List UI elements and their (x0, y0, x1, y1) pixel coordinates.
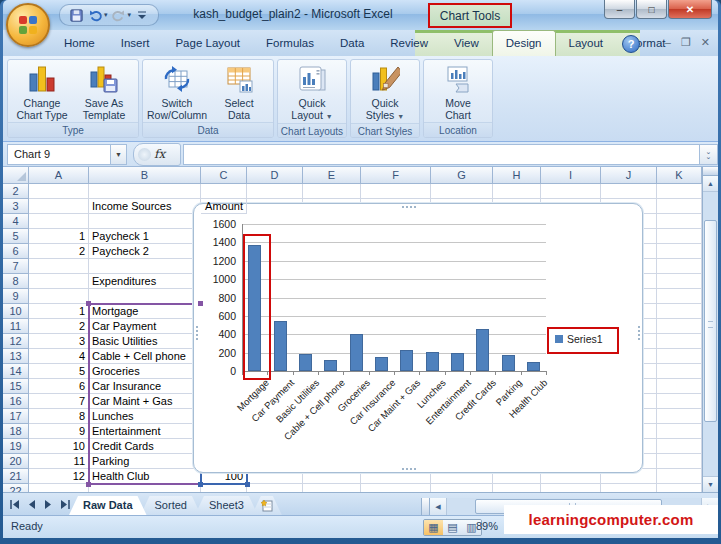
cell-K5[interactable] (657, 229, 702, 244)
vertical-scrollbar[interactable]: ▲ ▼ (702, 167, 718, 492)
cell-D22[interactable] (247, 484, 303, 492)
tab-home[interactable]: Home (51, 30, 108, 56)
row-header-5[interactable]: 5 (3, 229, 29, 244)
formula-input[interactable] (183, 144, 700, 165)
cell-G2[interactable] (431, 184, 493, 199)
cell-A14[interactable]: 5 (29, 364, 89, 379)
bar-credit-cards[interactable] (476, 329, 489, 371)
cell-J2[interactable] (601, 184, 657, 199)
cell-A9[interactable] (29, 289, 89, 304)
cell-I2[interactable] (541, 184, 601, 199)
cell-K13[interactable] (657, 349, 702, 364)
cell-A18[interactable]: 9 (29, 424, 89, 439)
cell-A10[interactable]: 1 (29, 304, 89, 319)
bar-lunches[interactable] (426, 352, 439, 371)
cell-B9[interactable] (89, 289, 201, 304)
row-header-3[interactable]: 3 (3, 199, 29, 214)
column-header-J[interactable]: J (601, 167, 657, 184)
scroll-left-icon[interactable]: ◀ (430, 498, 447, 515)
column-header-B[interactable]: B (89, 167, 201, 184)
cell-K15[interactable] (657, 379, 702, 394)
name-box[interactable]: Chart 9 (7, 144, 111, 165)
cell-B6[interactable]: Paycheck 2 (89, 244, 201, 259)
row-header-15[interactable]: 15 (3, 379, 29, 394)
row-header-9[interactable]: 9 (3, 289, 29, 304)
cell-A11[interactable]: 2 (29, 319, 89, 334)
tab-formulas[interactable]: Formulas (253, 30, 327, 56)
cell-J22[interactable] (601, 484, 657, 492)
prev-sheet-icon[interactable] (26, 499, 37, 510)
column-header-C[interactable]: C (201, 167, 247, 184)
cell-A20[interactable]: 11 (29, 454, 89, 469)
row-header-13[interactable]: 13 (3, 349, 29, 364)
cell-K2[interactable] (657, 184, 702, 199)
tab-data[interactable]: Data (327, 30, 377, 56)
row-header-6[interactable]: 6 (3, 244, 29, 259)
range-handle[interactable] (86, 482, 91, 487)
quick-styles-button[interactable]: QuickStyles ▼ (355, 63, 415, 123)
range-handle[interactable] (198, 482, 203, 487)
cell-H2[interactable] (493, 184, 541, 199)
column-header-K[interactable]: K (657, 167, 702, 184)
cell-B2[interactable] (89, 184, 201, 199)
cell-A19[interactable]: 10 (29, 439, 89, 454)
workbook-minimize-icon[interactable]: – (665, 36, 671, 49)
row-header-2[interactable]: 2 (3, 184, 29, 199)
range-handle[interactable] (86, 301, 91, 306)
cell-B7[interactable] (89, 259, 201, 274)
select-all-corner[interactable] (3, 167, 29, 184)
cell-A16[interactable]: 7 (29, 394, 89, 409)
bar-health-club[interactable] (527, 362, 540, 371)
row-header-22[interactable]: 22 (3, 484, 29, 492)
row-header-11[interactable]: 11 (3, 319, 29, 334)
switch-row-column-button[interactable]: SwitchRow/Column (147, 63, 207, 122)
row-header-14[interactable]: 14 (3, 364, 29, 379)
bar-entertainment[interactable] (451, 353, 464, 371)
save-icon[interactable] (68, 7, 84, 23)
row-header-18[interactable]: 18 (3, 424, 29, 439)
cell-K6[interactable] (657, 244, 702, 259)
cell-K11[interactable] (657, 319, 702, 334)
cell-K8[interactable] (657, 274, 702, 289)
cell-F2[interactable] (361, 184, 431, 199)
cell-A15[interactable]: 6 (29, 379, 89, 394)
sheet-tab-sheet3[interactable]: Sheet3 (195, 496, 258, 515)
cell-F22[interactable] (361, 484, 431, 492)
chart-selection-handle[interactable] (638, 326, 640, 340)
cell-A12[interactable]: 3 (29, 334, 89, 349)
tab-page-layout[interactable]: Page Layout (162, 30, 253, 56)
chart-selection-handle[interactable] (196, 326, 198, 340)
row-header-8[interactable]: 8 (3, 274, 29, 289)
row-header-20[interactable]: 20 (3, 454, 29, 469)
row-header-4[interactable]: 4 (3, 214, 29, 229)
close-icon[interactable]: ✕ (668, 0, 712, 19)
cell-K4[interactable] (657, 214, 702, 229)
cell-A21[interactable]: 12 (29, 469, 89, 484)
bar-car-payment[interactable] (274, 321, 287, 371)
page-layout-view-icon[interactable]: ▤ (443, 520, 462, 535)
cell-C22[interactable] (201, 484, 247, 492)
select-data-button[interactable]: SelectData (209, 63, 269, 122)
cell-A22[interactable] (29, 484, 89, 492)
redo-dropdown-icon[interactable]: ▾ (128, 11, 132, 19)
cell-K22[interactable] (657, 484, 702, 492)
cell-K18[interactable] (657, 424, 702, 439)
undo-icon[interactable] (87, 7, 103, 23)
column-header-A[interactable]: A (29, 167, 89, 184)
scroll-down-icon[interactable]: ▼ (703, 476, 718, 492)
row-header-19[interactable]: 19 (3, 439, 29, 454)
tab-design[interactable]: Design (492, 30, 556, 56)
cell-A6[interactable]: 2 (29, 244, 89, 259)
name-box-dropdown-icon[interactable]: ▼ (111, 144, 127, 165)
cell-K3[interactable] (657, 199, 702, 214)
cell-A8[interactable] (29, 274, 89, 289)
column-header-G[interactable]: G (431, 167, 493, 184)
cell-C2[interactable] (201, 184, 247, 199)
tab-view[interactable]: View (441, 30, 492, 56)
column-header-F[interactable]: F (361, 167, 431, 184)
move-chart-button[interactable]: MoveChart (428, 63, 488, 122)
range-handle[interactable] (198, 301, 203, 306)
bar-car-insurance[interactable] (375, 357, 388, 371)
row-header-10[interactable]: 10 (3, 304, 29, 319)
cell-K17[interactable] (657, 409, 702, 424)
